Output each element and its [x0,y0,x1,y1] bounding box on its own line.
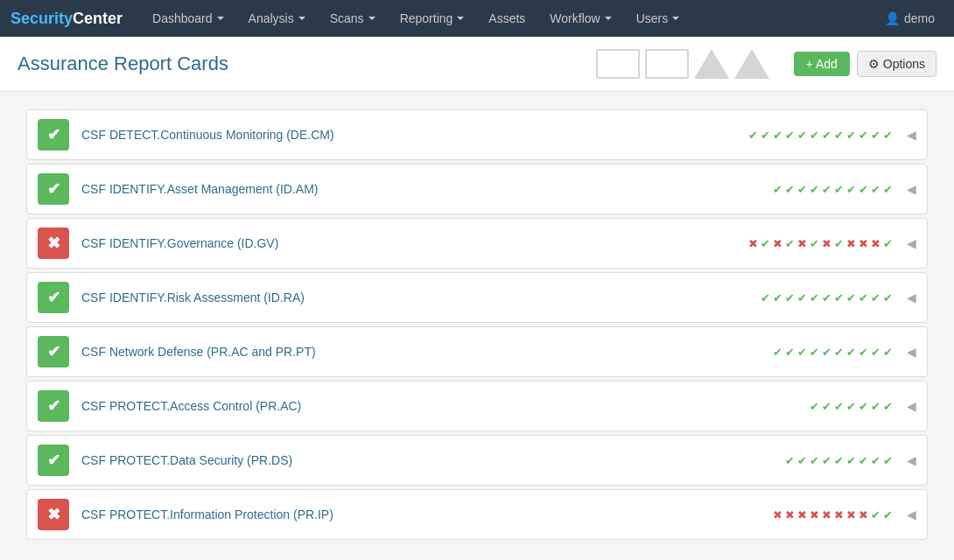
nav-item-scans[interactable]: Scans [318,0,388,37]
card-checks: ✖✔✖✔✖✔✖✔✖✖✖✔ [748,237,893,250]
status-badge: ✖ [38,499,69,530]
x-icon: ✖ [47,505,60,524]
check-pass-icon: ✔ [761,291,770,304]
check-fail-icon: ✖ [797,237,807,250]
check-pass-icon: ✔ [773,291,782,304]
brand-security: Security [11,10,73,27]
table-row[interactable]: ✔CSF DETECT.Continuous Monitoring (DE.CM… [26,109,928,160]
nav-item-dashboard[interactable]: Dashboard [140,0,236,37]
check-pass-icon: ✔ [797,454,807,467]
nav-item-workflow[interactable]: Workflow [537,0,623,37]
nav-caret-reporting [457,17,464,20]
check-pass-icon: ✔ [871,291,880,304]
user-menu[interactable]: 👤 demo [876,11,943,25]
check-pass-icon: ✔ [859,183,868,196]
check-fail-icon: ✖ [834,508,844,522]
check-pass-icon: ✔ [883,129,893,142]
check-pass-icon: ✔ [883,400,893,413]
check-pass-icon: ✔ [883,237,893,250]
status-badge: ✔ [38,173,69,205]
check-pass-icon: ✔ [810,237,819,250]
check-pass-icon: ✔ [883,183,893,196]
table-row[interactable]: ✔CSF PROTECT.Data Security (PR.DS)✔✔✔✔✔✔… [26,435,928,486]
chevron-right-icon: ◀ [907,236,916,250]
nav-caret-analysis [298,17,305,20]
check-pass-icon: ✔ [748,129,758,142]
x-icon: ✖ [47,234,60,253]
check-icon: ✔ [47,342,60,361]
check-pass-icon: ✔ [846,400,856,413]
table-row[interactable]: ✔CSF IDENTIFY.Asset Management (ID.AM)✔✔… [26,164,928,214]
check-pass-icon: ✔ [834,346,844,359]
check-pass-icon: ✔ [871,183,880,196]
check-fail-icon: ✖ [846,237,856,250]
check-pass-icon: ✔ [859,291,868,304]
check-pass-icon: ✔ [859,454,868,467]
check-pass-icon: ✔ [797,129,807,142]
nav-item-analysis[interactable]: Analysis [236,0,318,37]
check-fail-icon: ✖ [810,508,819,522]
check-pass-icon: ✔ [785,183,795,196]
check-pass-icon: ✔ [810,400,819,413]
check-pass-icon: ✔ [785,346,795,359]
check-icon: ✔ [47,451,60,470]
add-button[interactable]: + Add [794,52,850,76]
page-title: Assurance Report Cards [18,52,228,75]
nav-right: 👤 demo [876,11,943,25]
cards-list: ✔CSF DETECT.Continuous Monitoring (DE.CM… [26,109,928,540]
table-row[interactable]: ✔CSF Network Defense (PR.AC and PR.PT)✔✔… [26,326,928,377]
table-row[interactable]: ✔CSF PROTECT.Access Control (PR.AC)✔✔✔✔✔… [26,381,928,431]
card-name: CSF PROTECT.Data Security (PR.DS) [81,453,785,467]
check-pass-icon: ✔ [859,400,868,413]
shape-triangle-2 [734,49,769,79]
check-fail-icon: ✖ [785,508,795,522]
nav-item-users[interactable]: Users [624,0,692,37]
check-pass-icon: ✔ [883,346,893,359]
card-name: CSF PROTECT.Access Control (PR.AC) [81,399,810,413]
table-row[interactable]: ✖CSF PROTECT.Information Protection (PR.… [26,489,928,540]
check-pass-icon: ✔ [871,346,880,359]
nav-item-reporting[interactable]: Reporting [388,0,477,37]
check-pass-icon: ✔ [846,454,856,467]
chevron-right-icon: ◀ [907,182,916,196]
card-name: CSF IDENTIFY.Asset Management (ID.AM) [81,182,773,196]
options-button[interactable]: ⚙ Options [857,51,936,77]
card-checks: ✖✖✖✖✖✖✖✖✔✔ [773,508,893,522]
check-fail-icon: ✖ [871,237,880,250]
card-checks: ✔✔✔✔✔✔✔✔✔✔✔✔ [748,129,893,142]
check-pass-icon: ✔ [822,129,831,142]
card-name: CSF Network Defense (PR.AC and PR.PT) [81,345,773,359]
table-row[interactable]: ✔CSF IDENTIFY.Risk Assessment (ID.RA)✔✔✔… [26,272,928,323]
chevron-right-icon: ◀ [907,345,916,359]
user-label: demo [904,11,935,25]
check-pass-icon: ✔ [822,183,831,196]
card-name: CSF IDENTIFY.Risk Assessment (ID.RA) [81,290,761,304]
check-pass-icon: ✔ [773,183,782,196]
check-fail-icon: ✖ [859,237,868,250]
brand-logo[interactable]: SecurityCenter [11,10,123,28]
check-pass-icon: ✔ [810,129,819,142]
check-pass-icon: ✔ [834,291,844,304]
check-pass-icon: ✔ [834,183,844,196]
check-pass-icon: ✔ [822,346,831,359]
user-icon: 👤 [885,11,900,25]
header-shapes [596,49,769,79]
check-fail-icon: ✖ [773,237,782,250]
table-row[interactable]: ✖CSF IDENTIFY.Governance (ID.GV)✖✔✖✔✖✔✖✔… [26,218,928,269]
check-pass-icon: ✔ [822,400,831,413]
check-pass-icon: ✔ [785,454,795,467]
check-pass-icon: ✔ [834,454,844,467]
check-icon: ✔ [47,179,60,199]
check-pass-icon: ✔ [834,237,844,250]
check-pass-icon: ✔ [834,129,844,142]
shape-rect-1 [596,49,640,79]
check-pass-icon: ✔ [859,346,868,359]
check-pass-icon: ✔ [834,400,844,413]
card-checks: ✔✔✔✔✔✔✔ [810,400,893,413]
check-pass-icon: ✔ [810,183,819,196]
check-icon: ✔ [47,125,60,144]
status-badge: ✖ [38,228,69,259]
nav-item-assets[interactable]: Assets [476,0,537,37]
check-pass-icon: ✔ [846,129,856,142]
card-checks: ✔✔✔✔✔✔✔✔✔✔ [773,183,893,196]
